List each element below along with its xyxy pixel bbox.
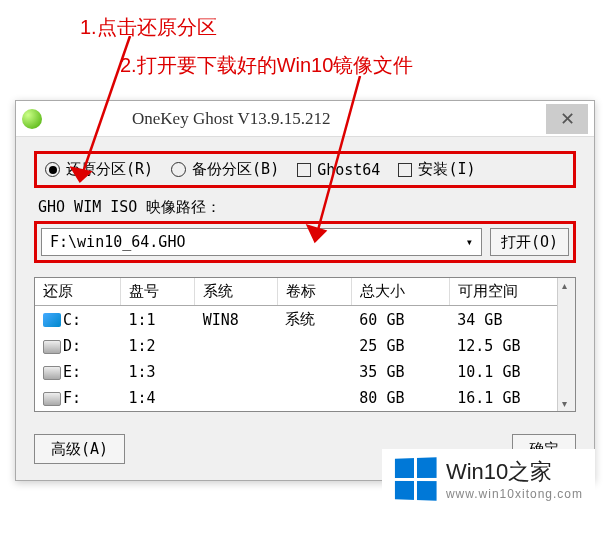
close-button[interactable]: ✕ xyxy=(546,104,588,134)
table-row[interactable]: E:1:335 GB10.1 GB xyxy=(35,359,575,385)
ghost64-label: Ghost64 xyxy=(317,161,380,179)
windows-logo-icon xyxy=(395,457,437,501)
open-button[interactable]: 打开(O) xyxy=(490,228,569,256)
partition-table: 还原 盘号 系统 卷标 总大小 可用空间 C:1:1WIN8系统60 GB34 … xyxy=(34,277,576,412)
ghost64-checkbox[interactable]: Ghost64 xyxy=(297,161,380,179)
watermark-url: www.win10xitong.com xyxy=(446,487,583,501)
col-free[interactable]: 可用空间 xyxy=(449,278,574,306)
checkbox-icon xyxy=(398,163,412,177)
radio-icon xyxy=(45,162,60,177)
col-system[interactable]: 系统 xyxy=(195,278,277,306)
watermark: Win10之家 www.win10xitong.com xyxy=(382,449,595,509)
image-path-input[interactable]: F:\win10_64.GHO ▾ xyxy=(41,228,482,256)
table-row[interactable]: D:1:225 GB12.5 GB xyxy=(35,333,575,359)
drive-icon xyxy=(43,392,61,406)
install-checkbox[interactable]: 安装(I) xyxy=(398,160,475,179)
drive-icon xyxy=(43,340,61,354)
annotation-step2: 2.打开要下载好的Win10镜像文件 xyxy=(120,52,413,79)
install-label: 安装(I) xyxy=(418,160,475,179)
mode-row: 还原分区(R) 备份分区(B) Ghost64 安装(I) xyxy=(34,151,576,188)
scrollbar[interactable] xyxy=(557,278,575,411)
titlebar: OneKey Ghost V13.9.15.212 ✕ xyxy=(16,101,594,137)
checkbox-icon xyxy=(297,163,311,177)
annotation-step1: 1.点击还原分区 xyxy=(80,14,217,41)
backup-label: 备份分区(B) xyxy=(192,160,279,179)
image-path-label: GHO WIM ISO 映像路径： xyxy=(34,198,576,217)
drive-icon xyxy=(43,366,61,380)
backup-radio[interactable]: 备份分区(B) xyxy=(171,160,279,179)
window-title: OneKey Ghost V13.9.15.212 xyxy=(132,109,546,129)
col-drive[interactable]: 盘号 xyxy=(120,278,194,306)
watermark-title: Win10之家 xyxy=(446,457,583,487)
drive-icon xyxy=(43,313,61,327)
restore-label: 还原分区(R) xyxy=(66,160,153,179)
restore-radio[interactable]: 还原分区(R) xyxy=(45,160,153,179)
chevron-down-icon[interactable]: ▾ xyxy=(466,235,473,249)
col-restore[interactable]: 还原 xyxy=(35,278,120,306)
path-row: F:\win10_64.GHO ▾ 打开(O) xyxy=(34,221,576,263)
col-label[interactable]: 卷标 xyxy=(277,278,351,306)
table-row[interactable]: C:1:1WIN8系统60 GB34 GB xyxy=(35,306,575,334)
table-row[interactable]: F:1:480 GB16.1 GB xyxy=(35,385,575,411)
main-window: OneKey Ghost V13.9.15.212 ✕ 还原分区(R) 备份分区… xyxy=(15,100,595,481)
image-path-value: F:\win10_64.GHO xyxy=(50,233,185,251)
advanced-button[interactable]: 高级(A) xyxy=(34,434,125,464)
col-total[interactable]: 总大小 xyxy=(351,278,449,306)
app-icon xyxy=(22,109,42,129)
radio-icon xyxy=(171,162,186,177)
